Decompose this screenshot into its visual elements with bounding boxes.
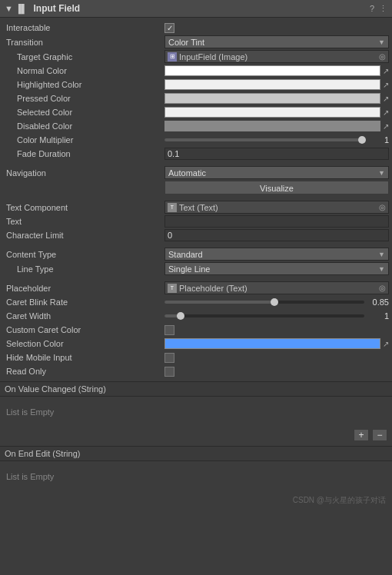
selection-color-bar[interactable] (164, 338, 380, 349)
caret-blink-slider-container: 0.85 (164, 297, 389, 307)
pressed-color-pick-icon[interactable]: ↗ (383, 95, 389, 103)
placeholder-value: T Placeholder (Text) ◎ (164, 281, 389, 294)
disabled-color-label: Disabled Color (3, 121, 164, 131)
menu-icon[interactable]: ⋮ (379, 4, 387, 14)
text-component-value: T Text (Text) ◎ (164, 201, 389, 214)
caret-blink-fill (164, 301, 274, 304)
caret-blink-row: Caret Blink Rate 0.85 (0, 295, 392, 309)
selected-color-bar[interactable] (164, 107, 380, 118)
selection-color-pick-icon[interactable]: ↗ (383, 340, 389, 348)
color-multiplier-thumb[interactable] (358, 136, 366, 144)
content-type-row: Content Type Standard ▼ (0, 247, 392, 261)
disabled-color-value: ↗ (164, 121, 389, 131)
on-end-edit-section: On End Edit (String) (0, 446, 392, 461)
custom-caret-color-label: Custom Caret Color (3, 325, 164, 334)
text-component-label: Text Component (3, 203, 164, 212)
line-type-dropdown[interactable]: Single Line ▼ (164, 262, 389, 275)
help-icon[interactable]: ? (370, 4, 374, 14)
fade-duration-input[interactable] (164, 148, 389, 160)
content-type-dropdown[interactable]: Standard ▼ (164, 248, 389, 261)
interactable-checkbox[interactable]: ✓ (164, 23, 174, 33)
color-multiplier-track[interactable] (164, 138, 364, 141)
normal-color-label: Normal Color (3, 66, 164, 75)
caret-blink-track[interactable] (164, 301, 364, 304)
text-input[interactable] (164, 215, 389, 228)
pressed-color-bar[interactable] (164, 93, 380, 104)
disabled-color-pick-icon[interactable]: ↗ (383, 122, 389, 131)
custom-caret-checkbox[interactable] (164, 325, 174, 335)
color-multiplier-value: 1 (164, 135, 389, 145)
color-multiplier-val: 1 (367, 135, 389, 145)
on-value-changed-title: On Value Changed (String) (5, 384, 106, 394)
navigation-dropdown[interactable]: Automatic ▼ (164, 166, 389, 179)
highlighted-color-pick-icon[interactable]: ↗ (383, 81, 389, 89)
selection-color-row: Selection Color ↗ (0, 337, 392, 351)
highlighted-color-value: ↗ (164, 79, 389, 90)
fade-duration-row: Fade Duration (0, 147, 392, 161)
placeholder-label: Placeholder (3, 284, 164, 293)
target-graphic-value: ⊞ InputField (Image) ◎ (164, 50, 389, 63)
disabled-color-row: Disabled Color ↗ (0, 119, 392, 133)
caret-width-thumb[interactable] (177, 312, 184, 320)
header-title: Input Field (33, 3, 366, 14)
placeholder-name: Placeholder (Text) (179, 284, 247, 293)
highlighted-color-row: Highlighted Color ↗ (0, 78, 392, 91)
add-value-changed-button[interactable]: + (354, 429, 369, 441)
on-end-edit-title: On End Edit (String) (5, 449, 80, 458)
text-component-ref[interactable]: T Text (Text) ◎ (164, 201, 389, 214)
pressed-color-value: ↗ (164, 93, 389, 104)
selected-color-label: Selected Color (3, 108, 164, 117)
pressed-color-row: Pressed Color ↗ (0, 91, 392, 105)
transition-label: Transition (3, 38, 164, 47)
interactable-value: ✓ (164, 23, 389, 33)
visualize-button[interactable]: Visualize (164, 181, 389, 194)
interactable-row: Interactable ✓ (0, 21, 392, 35)
text-component-select-icon[interactable]: ◎ (379, 203, 386, 211)
placeholder-icon: T (168, 284, 177, 293)
remove-value-changed-button[interactable]: − (372, 429, 387, 441)
caret-blink-thumb[interactable] (271, 298, 278, 306)
on-value-changed-list: List is Empty (0, 397, 392, 427)
placeholder-select-icon[interactable]: ◎ (379, 284, 386, 292)
watermark: CSDN @与火星的孩子对话 (0, 492, 392, 509)
char-limit-input[interactable] (164, 229, 389, 241)
selected-color-value: ↗ (164, 107, 389, 118)
collapse-icon[interactable]: ▼ (5, 4, 13, 13)
header: ▼ ▐▌ Input Field ? ⋮ (0, 0, 392, 18)
text-component-name: Text (Text) (179, 203, 218, 212)
normal-color-pick-icon[interactable]: ↗ (383, 67, 389, 75)
navigation-label: Navigation (3, 168, 164, 178)
selected-color-pick-icon[interactable]: ↗ (383, 108, 389, 117)
placeholder-ref[interactable]: T Placeholder (Text) ◎ (164, 281, 389, 294)
caret-blink-value: 0.85 (164, 297, 389, 307)
visualize-value: Visualize (164, 181, 389, 194)
read-only-row: Read Only (0, 364, 392, 378)
line-type-row: Line Type Single Line ▼ (0, 261, 392, 276)
transition-value: Color Tint ▼ (164, 35, 389, 48)
read-only-value (164, 367, 389, 377)
transition-dropdown[interactable]: Color Tint ▼ (164, 35, 389, 48)
custom-caret-color-value (164, 325, 389, 335)
target-graphic-select-icon[interactable]: ◎ (379, 52, 386, 61)
color-multiplier-fill (164, 138, 362, 141)
hide-mobile-checkbox[interactable] (164, 353, 174, 363)
caret-width-track[interactable] (164, 314, 364, 317)
read-only-checkbox[interactable] (164, 367, 174, 377)
caret-width-row: Caret Width 1 (0, 309, 392, 323)
component-icon: ▐▌ (15, 4, 28, 13)
text-component-icon: T (168, 203, 177, 212)
target-graphic-row: Target Graphic ⊞ InputField (Image) ◎ (0, 49, 392, 64)
navigation-value: Automatic ▼ (164, 166, 389, 179)
caret-width-slider-container: 1 (164, 311, 389, 321)
disabled-color-bar[interactable] (164, 121, 380, 131)
pressed-color-label: Pressed Color (3, 94, 164, 103)
on-value-changed-section: On Value Changed (String) (0, 381, 392, 397)
normal-color-bar[interactable] (164, 65, 380, 76)
text-value (164, 215, 389, 228)
text-row: Text (0, 214, 392, 228)
on-end-edit-list: List is Empty (0, 461, 392, 492)
header-right: ? ⋮ (370, 4, 387, 14)
caret-blink-label: Caret Blink Rate (3, 297, 164, 307)
target-graphic-ref[interactable]: ⊞ InputField (Image) ◎ (164, 50, 389, 63)
highlighted-color-bar[interactable] (164, 79, 380, 90)
